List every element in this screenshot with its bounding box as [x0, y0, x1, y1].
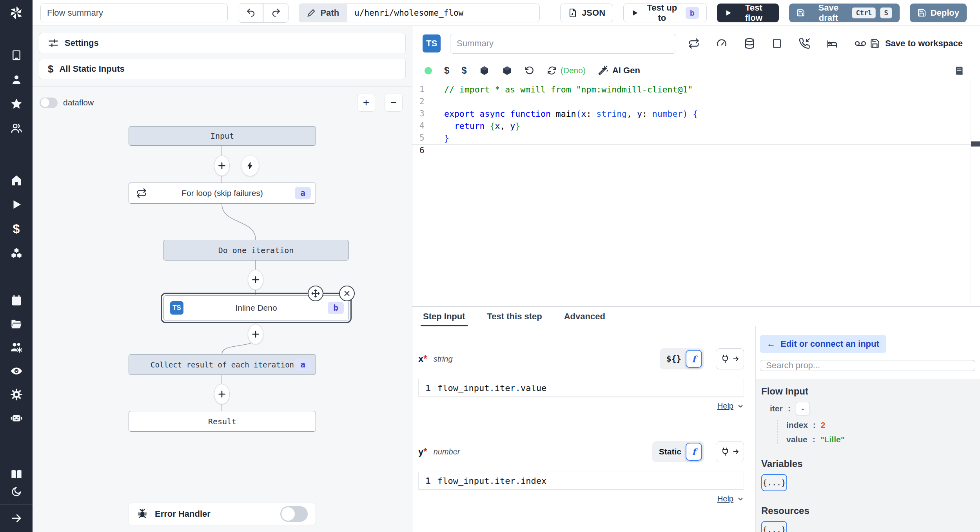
flow-node-collect[interactable]: Collect result of each iteration a: [129, 354, 316, 375]
function-mode-button[interactable]: f: [686, 350, 702, 368]
bed-sleep-icon[interactable]: [826, 38, 838, 49]
edit-path-button[interactable]: Path: [299, 4, 347, 22]
sidebar-item-workspace[interactable]: [0, 43, 33, 67]
database-cache-icon[interactable]: [744, 38, 755, 49]
code-line-5[interactable]: 5}: [412, 132, 980, 144]
reload-deno-button[interactable]: (Deno): [547, 65, 586, 76]
sidebar: $: [0, 0, 33, 532]
code-line-3[interactable]: 3export async function main(x: string, y…: [412, 108, 980, 120]
prop-iter-row[interactable]: iter : -: [770, 402, 980, 415]
test-flow-button[interactable]: Test flow: [717, 4, 779, 22]
code-line-6[interactable]: 6: [412, 144, 980, 156]
json-button[interactable]: JSON: [560, 4, 613, 22]
edit-or-connect-button[interactable]: ← Edit or connect an input: [760, 335, 886, 353]
flow-node-inline-deno[interactable]: TS Inline Deno b: [163, 295, 349, 320]
code-line-1[interactable]: 1// import * as wmill from "npm:windmill…: [412, 83, 980, 96]
search-prop-input[interactable]: [760, 360, 975, 371]
gear-icon: [10, 388, 23, 401]
flow-node-input[interactable]: Input: [129, 126, 316, 146]
field-x-mode-toggle[interactable]: ${} f: [660, 348, 704, 369]
code-editor[interactable]: 1// import * as wmill from "npm:windmill…: [412, 80, 980, 306]
windmill-logo[interactable]: [0, 0, 33, 26]
flow-node-do-iteration[interactable]: Do one iteration: [163, 240, 349, 261]
sidebar-expand-button[interactable]: [0, 505, 33, 532]
error-handler-toggle[interactable]: [280, 506, 308, 522]
gauge-icon[interactable]: [716, 38, 728, 49]
sidebar-item-ai[interactable]: [0, 406, 33, 430]
sidebar-item-groups[interactable]: [0, 116, 33, 140]
sidebar-item-home[interactable]: [0, 168, 33, 192]
error-handler-card[interactable]: Error Handler: [129, 503, 316, 525]
flow-summary-input[interactable]: [40, 4, 228, 22]
function-mode-button[interactable]: f: [686, 443, 702, 461]
move-step-handle[interactable]: [308, 286, 323, 301]
add-step-button-3[interactable]: [248, 324, 263, 344]
variable-picker-icon[interactable]: $: [444, 65, 449, 76]
voicemail-icon[interactable]: [854, 37, 867, 50]
delete-step-button[interactable]: [339, 286, 355, 301]
prop-value-row[interactable]: value : "Lille": [786, 435, 980, 444]
tab-advanced[interactable]: Advanced: [564, 307, 605, 326]
path-value[interactable]: u/henri/wholesome_flow: [347, 4, 540, 22]
field-x-expression-editor[interactable]: 1 flow_input.iter.value: [418, 379, 744, 397]
resource-picker-icon[interactable]: $: [461, 65, 466, 76]
sidebar-item-user[interactable]: [0, 67, 33, 92]
book-open-icon: [10, 468, 23, 481]
sidebar-item-dark-mode[interactable]: [0, 483, 33, 500]
field-y-connect-button[interactable]: [716, 441, 744, 462]
all-static-inputs-button[interactable]: $ All Static Inputs: [39, 59, 406, 79]
sidebar-item-audit[interactable]: [0, 359, 33, 383]
dataflow-toggle[interactable]: [40, 98, 58, 108]
undo-button[interactable]: [238, 4, 263, 22]
tab-step-input[interactable]: Step Input: [423, 307, 465, 326]
add-step-button-1[interactable]: [214, 156, 230, 176]
step-summary-input[interactable]: [450, 34, 676, 54]
chevron-down-icon[interactable]: [737, 403, 744, 410]
deploy-button[interactable]: Deploy: [910, 4, 967, 22]
flow-settings-button[interactable]: Settings: [39, 33, 406, 53]
flow-node-forloop[interactable]: For loop (skip failures) a: [129, 183, 316, 204]
rotate-ccw-reset-icon[interactable]: [524, 65, 535, 76]
sidebar-item-schedules[interactable]: [0, 289, 33, 312]
code-line-2[interactable]: 2: [412, 96, 980, 108]
flow-node-result[interactable]: Result: [129, 411, 316, 432]
field-x-connect-button[interactable]: [716, 348, 744, 369]
sidebar-item-resources[interactable]: [0, 241, 33, 265]
trigger-button[interactable]: [241, 156, 259, 176]
square-mock-icon[interactable]: [771, 38, 782, 49]
sidebar-item-workers[interactable]: [0, 336, 33, 359]
chevron-down-icon[interactable]: [737, 496, 744, 503]
field-y-expression-editor[interactable]: 1 flow_input.iter.index: [418, 472, 744, 490]
zoom-out-button[interactable]: −: [385, 94, 403, 112]
sidebar-item-variables[interactable]: $: [0, 217, 33, 241]
editor-scrollbar-thumb[interactable]: [971, 141, 980, 147]
save-draft-button[interactable]: Save draft Ctrl S: [789, 4, 900, 22]
prop-index-row[interactable]: index : 2: [786, 420, 980, 430]
ai-gen-button[interactable]: AI Gen: [598, 65, 640, 76]
sidebar-item-docs[interactable]: [0, 466, 33, 483]
save-to-workspace-button[interactable]: Save to workspace: [870, 38, 963, 49]
redo-button[interactable]: [263, 4, 289, 22]
collapse-toggle[interactable]: -: [796, 402, 810, 415]
script-library-icon[interactable]: [954, 65, 964, 76]
add-step-button-2[interactable]: [248, 270, 263, 290]
sidebar-item-settings[interactable]: [0, 383, 33, 406]
phone-incoming-suspend-icon[interactable]: [799, 38, 810, 49]
code-line-4[interactable]: 4 return {x, y}: [412, 120, 980, 132]
sidebar-item-favorites[interactable]: [0, 92, 33, 116]
topbar: Path u/henri/wholesome_flow JSON Test up…: [33, 0, 980, 26]
package-icon[interactable]: [479, 65, 490, 76]
package-icon-2[interactable]: [502, 65, 512, 76]
test-up-to-button[interactable]: Test up to b: [623, 4, 707, 22]
field-y-mode-toggle[interactable]: Static f: [652, 441, 704, 462]
add-step-button-4[interactable]: [214, 384, 230, 404]
zoom-in-button[interactable]: +: [357, 94, 375, 112]
repeat-retries-icon[interactable]: [688, 38, 700, 49]
help-link[interactable]: Help: [717, 402, 733, 411]
sidebar-item-runs[interactable]: [0, 192, 33, 217]
help-link[interactable]: Help: [717, 494, 733, 503]
tab-test-this-step[interactable]: Test this step: [487, 307, 542, 326]
sidebar-item-folders[interactable]: [0, 312, 33, 336]
resources-expand-button[interactable]: {...}: [761, 521, 787, 532]
variables-expand-button[interactable]: {...}: [761, 474, 787, 491]
